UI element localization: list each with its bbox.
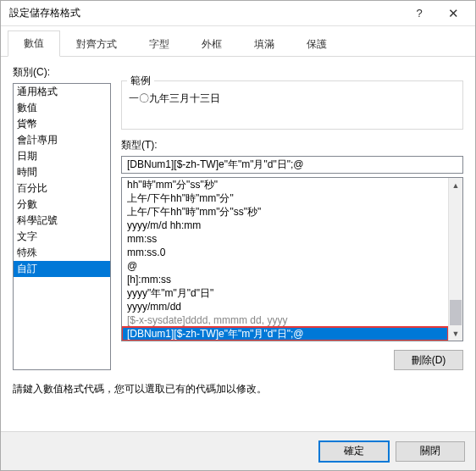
category-item[interactable]: 日期 xyxy=(14,148,110,164)
tab-content-number: 類別(C): 通用格式數值貨幣會計專用日期時間百分比分數科學記號文字特殊自訂 範… xyxy=(1,57,475,431)
sample-box: 範例 一〇九年三月十三日 xyxy=(121,80,463,130)
tab-2[interactable]: 字型 xyxy=(133,31,185,57)
category-item[interactable]: 數值 xyxy=(14,100,110,116)
category-item[interactable]: 通用格式 xyxy=(14,84,110,100)
close-button[interactable]: ✕ xyxy=(436,2,470,25)
tab-0[interactable]: 數值 xyxy=(8,30,60,57)
tab-4[interactable]: 填滿 xyxy=(238,31,291,57)
category-item[interactable]: 特殊 xyxy=(14,245,110,261)
window-title: 設定儲存格格式 xyxy=(9,6,402,20)
tab-1[interactable]: 對齊方式 xyxy=(60,31,133,57)
sample-label: 範例 xyxy=(127,74,154,88)
type-item[interactable]: mm:ss xyxy=(122,232,448,246)
scroll-thumb[interactable] xyxy=(450,300,462,325)
cancel-button[interactable]: 關閉 xyxy=(396,441,465,462)
category-item[interactable]: 科學記號 xyxy=(14,213,110,229)
category-item[interactable]: 時間 xyxy=(14,164,110,180)
type-item[interactable]: yyyy/mm/dd xyxy=(122,300,448,313)
category-item[interactable]: 貨幣 xyxy=(14,116,110,132)
type-item[interactable]: hh"時"mm"分"ss"秒" xyxy=(122,178,448,191)
titlebar: 設定儲存格格式 ? ✕ xyxy=(1,1,475,26)
category-item[interactable]: 文字 xyxy=(14,229,110,245)
type-item[interactable]: 上午/下午hh"時"mm"分" xyxy=(122,191,448,205)
dialog-footer: 確定 關閉 xyxy=(1,431,475,470)
scrollbar[interactable]: ▲ ▼ xyxy=(448,178,462,341)
hint-text: 請鍵入數值格式代碼，您可以選取已有的代碼加以修改。 xyxy=(13,382,463,396)
sample-value: 一〇九年三月十三日 xyxy=(129,91,456,106)
type-item[interactable]: [DBNum1][$-zh-TW]e"年"m"月"d"日";@ xyxy=(122,327,448,341)
type-item[interactable]: [$-x-sysdate]dddd, mmmm dd, yyyy xyxy=(122,313,448,327)
type-item[interactable]: yyyy"年"m"月"d"日" xyxy=(122,286,448,300)
tab-strip: 數值對齊方式字型外框填滿保護 xyxy=(1,30,475,57)
category-item[interactable]: 百分比 xyxy=(14,180,110,197)
help-button[interactable]: ? xyxy=(402,2,436,25)
type-label: 類型(T): xyxy=(121,138,463,152)
category-listbox[interactable]: 通用格式數值貨幣會計專用日期時間百分比分數科學記號文字特殊自訂 xyxy=(13,83,111,370)
category-item[interactable]: 自訂 xyxy=(14,261,110,277)
tab-5[interactable]: 保護 xyxy=(291,31,343,57)
type-item[interactable]: 上午/下午hh"時"mm"分"ss"秒" xyxy=(122,205,448,219)
scroll-up-icon[interactable]: ▲ xyxy=(449,178,462,192)
type-item[interactable]: mm:ss.0 xyxy=(122,246,448,259)
category-label: 類別(C): xyxy=(13,65,111,80)
ok-button[interactable]: 確定 xyxy=(319,441,389,462)
tab-3[interactable]: 外框 xyxy=(185,31,238,57)
type-item[interactable]: @ xyxy=(122,259,448,273)
category-item[interactable]: 分數 xyxy=(14,197,110,213)
format-cells-dialog: 設定儲存格格式 ? ✕ 數值對齊方式字型外框填滿保護 類別(C): 通用格式數值… xyxy=(0,0,476,471)
delete-button[interactable]: 刪除(D) xyxy=(394,350,463,370)
type-listbox[interactable]: hh"時"mm"分"ss"秒"上午/下午hh"時"mm"分"上午/下午hh"時"… xyxy=(121,177,463,341)
category-item[interactable]: 會計專用 xyxy=(14,132,110,148)
type-input[interactable] xyxy=(121,156,463,174)
scroll-down-icon[interactable]: ▼ xyxy=(449,326,462,341)
type-item[interactable]: yyyy/m/d hh:mm xyxy=(122,219,448,232)
type-item[interactable]: [h]:mm:ss xyxy=(122,273,448,286)
